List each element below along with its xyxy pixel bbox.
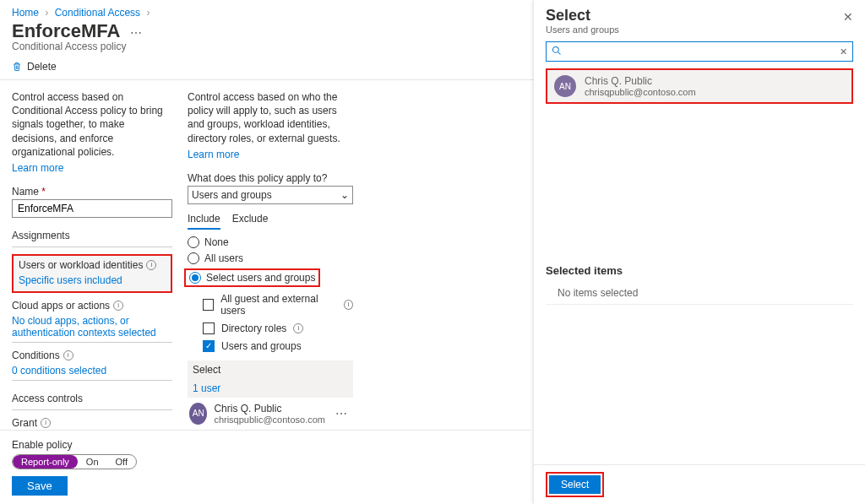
apply-to-label: What does this policy apply to?	[188, 172, 353, 184]
mid-description: Control access based on who the policy w…	[188, 90, 353, 145]
trash-icon	[12, 62, 22, 72]
toggle-off[interactable]: Off	[107, 455, 136, 469]
checkbox-usersgroups-label: Users and groups	[221, 340, 302, 352]
radio-select-users-label: Select users and groups	[206, 272, 315, 284]
users-identities-card[interactable]: Users or workload identities i Specific …	[12, 254, 172, 293]
divider	[12, 342, 172, 343]
result-name: Chris Q. Public	[585, 75, 696, 87]
learn-more-link[interactable]: Learn more	[12, 162, 172, 174]
radio-all-users[interactable]: All users	[188, 252, 353, 264]
checkbox-guest-users[interactable]: All guest and external users i	[203, 293, 353, 317]
select-header: Select	[188, 360, 353, 379]
radio-none-label: None	[204, 236, 229, 248]
radio-select-users[interactable]: Select users and groups	[184, 268, 320, 287]
select-button[interactable]: Select	[549, 475, 601, 494]
info-icon[interactable]: i	[63, 350, 73, 360]
more-icon[interactable]: ⋯	[130, 26, 142, 40]
users-identities-label: Users or workload identities	[19, 259, 143, 271]
page-title: EnforceMFA	[12, 20, 120, 42]
learn-more-link[interactable]: Learn more	[188, 149, 353, 160]
toggle-report-only[interactable]: Report-only	[13, 455, 78, 469]
apply-to-value: Users and groups	[192, 189, 272, 201]
radio-none[interactable]: None	[188, 236, 353, 248]
checkbox-guest-label: All guest and external users	[220, 293, 337, 317]
save-button[interactable]: Save	[12, 476, 68, 496]
avatar: AN	[554, 75, 576, 97]
tab-exclude[interactable]: Exclude	[232, 213, 269, 230]
search-input-wrap[interactable]: ✕	[546, 41, 853, 62]
selected-items-heading: Selected items	[546, 264, 853, 277]
checkbox-directory-roles[interactable]: Directory roles i	[203, 322, 353, 334]
info-icon[interactable]: i	[113, 301, 123, 311]
chevron-right-icon: ›	[146, 7, 150, 19]
tab-include[interactable]: Include	[188, 213, 220, 230]
svg-point-0	[553, 46, 559, 52]
radio-all-users-label: All users	[204, 252, 243, 264]
close-icon[interactable]: ✕	[843, 10, 853, 24]
search-result-row[interactable]: AN Chris Q. Public chrisqpublic@contoso.…	[546, 68, 853, 104]
name-label: Name *	[12, 186, 172, 198]
search-icon	[552, 46, 562, 58]
chevron-down-icon: ⌄	[340, 189, 349, 201]
avatar: AN	[189, 403, 207, 425]
enable-policy-toggle[interactable]: Report-only On Off	[12, 454, 137, 469]
delete-button[interactable]: Delete	[12, 61, 57, 73]
cloud-apps-link[interactable]: No cloud apps, actions, or authenticatio…	[12, 315, 172, 339]
divider	[12, 409, 172, 410]
user-email: chrisqpublic@contoso.com	[214, 415, 325, 425]
no-items-text: No items selected	[546, 282, 853, 305]
apply-to-select[interactable]: Users and groups ⌄	[188, 186, 353, 204]
users-identities-value: Specific users included	[19, 274, 166, 286]
conditions-link[interactable]: 0 conditions selected	[12, 365, 172, 377]
checkbox-users-groups[interactable]: ✓ Users and groups	[203, 340, 353, 352]
info-icon[interactable]: i	[344, 300, 353, 310]
more-icon[interactable]: ⋯	[332, 404, 351, 424]
grant-label: Grant	[12, 417, 37, 429]
svg-line-1	[558, 51, 561, 54]
panel-subtitle: Users and groups	[546, 24, 853, 35]
divider	[12, 380, 172, 381]
info-icon[interactable]: i	[293, 323, 303, 333]
search-input[interactable]	[565, 46, 840, 57]
delete-label: Delete	[27, 61, 57, 73]
user-name: Chris Q. Public	[214, 403, 325, 415]
selected-user-row: AN Chris Q. Public chrisqpublic@contoso.…	[188, 398, 353, 430]
toggle-on[interactable]: On	[78, 455, 107, 469]
left-description: Control access based on Conditional Acce…	[12, 90, 172, 159]
cloud-apps-label: Cloud apps or actions	[12, 300, 110, 312]
divider	[12, 247, 172, 247]
breadcrumb-conditional-access[interactable]: Conditional Access	[55, 7, 140, 19]
name-input[interactable]	[12, 199, 172, 218]
info-icon[interactable]: i	[146, 260, 156, 270]
select-panel: Select Users and groups ✕ ✕ AN Chris Q. …	[534, 0, 865, 504]
checkbox-roles-label: Directory roles	[221, 322, 286, 334]
breadcrumb-home[interactable]: Home	[12, 7, 39, 19]
assignments-heading: Assignments	[12, 230, 172, 241]
chevron-right-icon: ›	[45, 7, 48, 19]
info-icon[interactable]: i	[41, 418, 51, 428]
select-count-link[interactable]: 1 user	[188, 379, 353, 398]
access-controls-heading: Access controls	[12, 393, 172, 404]
enable-policy-label: Enable policy	[12, 439, 519, 451]
conditions-label: Conditions	[12, 350, 60, 361]
clear-icon[interactable]: ✕	[840, 46, 847, 57]
panel-title: Select	[546, 7, 853, 24]
result-email: chrisqpublic@contoso.com	[585, 87, 696, 97]
